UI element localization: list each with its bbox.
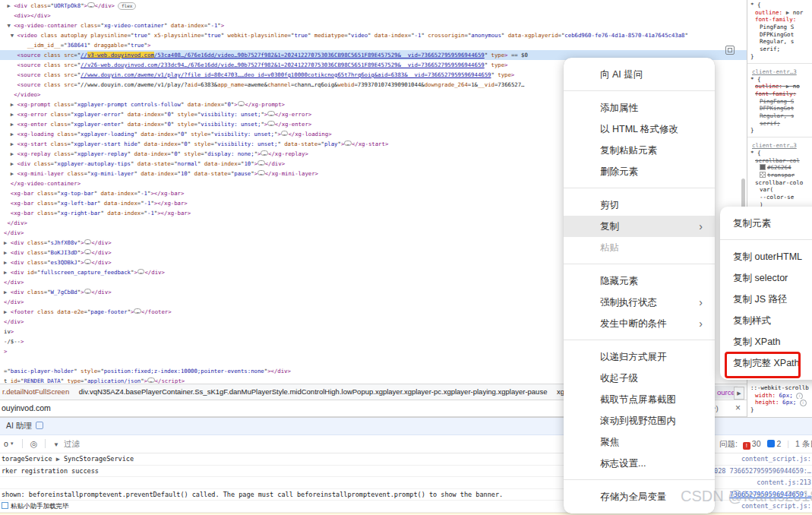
copy-submenu-item[interactable]: 复制 JS 路径 xyxy=(720,289,812,310)
copy-submenu-item[interactable]: 复制样式 xyxy=(720,310,812,331)
stylesheet-source-link[interactable]: client-entr…3 xyxy=(747,68,812,76)
more-content-icon[interactable]: … xyxy=(134,308,141,314)
info-icon[interactable]: i xyxy=(796,393,803,400)
menu-item-label: 以 HTML 格式修改 xyxy=(600,124,678,134)
ai-assistant-label: AI 助理 xyxy=(6,421,32,430)
breadcrumb-item[interactable]: div.vqN35AZ4.basePlayerContainer.Ss_sK1g… xyxy=(79,387,548,396)
menu-separator xyxy=(564,264,715,264)
more-content-icon[interactable]: … xyxy=(147,378,155,383)
context-menu-item[interactable]: 粘贴 xyxy=(564,237,715,258)
style-line: height: 6px; i xyxy=(747,399,812,406)
style-line: PingFang S xyxy=(747,24,812,31)
style-line: transpar xyxy=(747,172,812,179)
tree-line[interactable]: <div></div> xyxy=(4,11,747,21)
menu-item-label: 强制执行状态 xyxy=(600,297,657,308)
more-content-icon[interactable]: … xyxy=(137,269,145,274)
color-swatch[interactable] xyxy=(760,172,766,178)
menu-item-label: 复制 outerHTML xyxy=(733,251,802,262)
more-content-icon[interactable]: … xyxy=(258,160,265,166)
more-content-icon[interactable]: … xyxy=(281,131,289,136)
menu-item-label: 滚动到视野范围内 xyxy=(600,415,676,426)
breadcrumb-item[interactable]: r.detailNotFullScreen xyxy=(2,387,69,396)
console-source-link[interactable]: content_script.js: xyxy=(741,453,811,464)
more-content-icon[interactable]: … xyxy=(84,259,92,264)
copy-submenu-item[interactable]: 复制 selector xyxy=(720,267,812,289)
chevron-down-icon: ▼ xyxy=(10,441,14,446)
style-line: serif; xyxy=(747,46,812,53)
menu-separator xyxy=(564,90,715,91)
more-content-icon[interactable]: … xyxy=(84,249,92,254)
more-content-icon[interactable]: … xyxy=(344,141,352,146)
stylesheet-source-link[interactable]: client-entr…3 xyxy=(747,141,812,150)
copy-submenu-item[interactable]: 复制 XPath xyxy=(720,331,812,352)
live-expression-eye-icon[interactable]: ◎ xyxy=(30,439,38,448)
find-query[interactable]: ouyinvod.com xyxy=(2,403,51,412)
context-menu-item[interactable]: 复制粘贴元素 xyxy=(564,140,715,161)
more-content-icon[interactable]: … xyxy=(87,2,95,8)
context-menu-item[interactable]: 以 HTML 格式修改 xyxy=(564,118,715,140)
context-menu-item[interactable]: 添加属性 xyxy=(564,97,715,118)
context-menu-item[interactable]: 收起子级 xyxy=(564,368,715,389)
flex-badge[interactable]: flex xyxy=(118,2,136,10)
style-line: } xyxy=(747,127,812,134)
console-message-text: torageService ▶ SyncStorageService xyxy=(2,455,134,463)
style-line: * { xyxy=(747,150,812,157)
context-menu-item[interactable]: 强制执行状态› xyxy=(564,292,715,313)
context-menu-item[interactable]: 剪切 xyxy=(564,194,715,216)
styles-rules-bottom: ::-webkit-scrollbwidth: 6px; iheight: 6p… xyxy=(747,384,812,414)
more-content-icon[interactable]: … xyxy=(84,289,92,294)
context-menu-item[interactable]: 聚焦 xyxy=(564,431,715,453)
style-line: * { xyxy=(747,2,812,9)
console-source-link[interactable]: content.js:213 xyxy=(757,477,811,488)
menu-item-label: 收起子级 xyxy=(600,373,638,384)
annotation-highlight xyxy=(725,352,801,378)
menu-item-label: 隐藏元素 xyxy=(600,276,638,286)
style-line: scrollbar-col xyxy=(747,157,812,165)
more-content-icon[interactable]: … xyxy=(261,150,268,156)
context-menu-item[interactable]: 删除元素 xyxy=(564,161,715,182)
color-swatch[interactable] xyxy=(760,164,766,170)
error-count-icon: ! xyxy=(743,442,750,450)
expand-arrow-icon[interactable]: ▶ xyxy=(56,455,60,463)
context-menu-item[interactable]: 发生中断的条件› xyxy=(564,313,715,334)
info-icon[interactable]: i xyxy=(800,400,807,406)
context-menu-item[interactable]: 以递归方式展开 xyxy=(564,346,715,368)
console-filter-input[interactable]: 过滤 xyxy=(64,439,80,448)
menu-item-label: 聚焦 xyxy=(600,437,619,447)
styles-rules: * {outline: ▶ norfont-family:PingFang SD… xyxy=(747,2,812,216)
context-menu: 向 AI 提问添加属性以 HTML 格式修改复制粘贴元素删除元素剪切复制›粘贴隐… xyxy=(564,58,715,513)
breadcrumb-overflow-icon[interactable]: ▶ xyxy=(734,387,744,400)
submenu-arrow-icon: › xyxy=(699,216,703,237)
context-menu-item[interactable]: 隐藏元素 xyxy=(564,270,715,292)
more-content-icon[interactable]: … xyxy=(267,111,275,116)
context-menu-item[interactable]: 向 AI 提问 xyxy=(564,64,715,85)
menu-item-label: 以递归方式展开 xyxy=(600,352,667,362)
more-content-icon[interactable]: … xyxy=(238,101,245,106)
watermark: CSDN @Icarus2018 xyxy=(681,488,812,505)
style-line: serif; xyxy=(747,120,812,128)
style-line: PingFang S xyxy=(747,98,812,106)
more-content-icon[interactable]: … xyxy=(84,239,92,245)
devtools-window: ▶ <div class="UORTpOk8">…</div>flex <div… xyxy=(0,0,812,515)
style-line: Regular, s xyxy=(747,38,812,46)
context-selector[interactable]: o xyxy=(4,439,8,448)
scroll-into-view-icon[interactable] xyxy=(725,46,735,55)
menu-item-label: 发生中断的条件 xyxy=(600,318,667,329)
console-source-link[interactable]: VM1028 7366527959596944659:… xyxy=(703,466,811,476)
context-menu-item[interactable]: 截取节点屏幕截图 xyxy=(564,389,715,410)
more-content-icon[interactable]: … xyxy=(267,121,275,126)
issues-summary[interactable]: 问题: !30 2 | 1 条日志 xyxy=(719,435,812,452)
style-line: --color-se xyxy=(747,194,812,201)
tree-line[interactable]: __idm_id__="368641" draggable="true"> xyxy=(4,40,747,50)
tree-line[interactable]: ▼ <xg-video-container class="xg-video-co… xyxy=(4,21,747,30)
more-content-icon[interactable]: … xyxy=(258,170,265,175)
context-menu-item[interactable]: 标志设置... xyxy=(564,453,715,474)
tree-line[interactable]: ▶ <div class="UORTpOk8">…</div>flex xyxy=(4,1,747,11)
context-menu-item[interactable]: 滚动到视野范围内 xyxy=(564,410,715,431)
toolbar-divider xyxy=(22,439,23,448)
tree-line[interactable]: ▼ <video class autoplay playsinline="tru… xyxy=(4,30,747,40)
context-menu-item[interactable]: 复制› xyxy=(564,216,715,237)
copy-submenu-item[interactable]: 复制 outerHTML xyxy=(720,246,812,267)
copy-submenu-item[interactable]: 复制元素 xyxy=(720,213,812,234)
close-icon[interactable]: × xyxy=(735,400,741,416)
